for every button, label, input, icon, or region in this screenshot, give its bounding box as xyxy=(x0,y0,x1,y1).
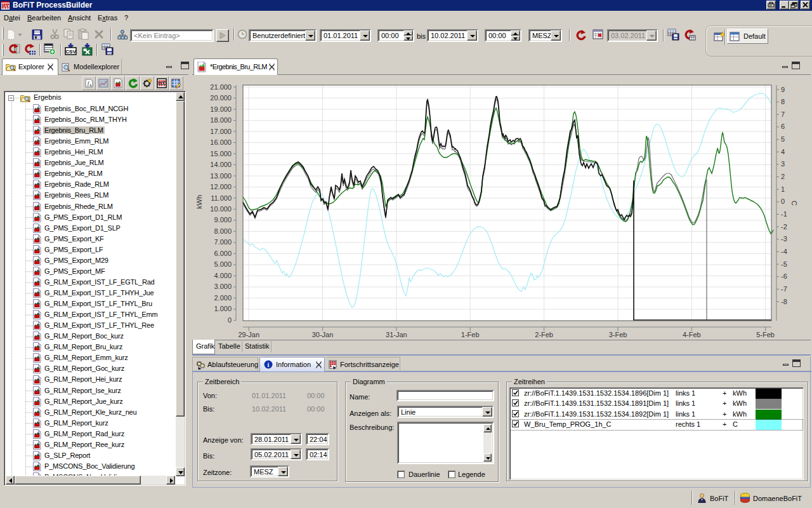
svg-text:-1: -1 xyxy=(781,210,787,218)
svg-text:5: 5 xyxy=(781,135,785,143)
svg-text:-3: -3 xyxy=(781,235,787,243)
svg-text:29-Jan: 29-Jan xyxy=(238,331,259,338)
svg-text:12.000: 12.000 xyxy=(210,183,232,190)
svg-text:2-Feb: 2-Feb xyxy=(535,331,553,338)
svg-text:8.000: 8.000 xyxy=(214,227,232,235)
svg-text:17.000: 17.000 xyxy=(210,128,232,135)
svg-text:21.000: 21.000 xyxy=(210,83,232,91)
svg-text:8: 8 xyxy=(781,98,785,105)
svg-text:13.000: 13.000 xyxy=(210,172,232,180)
svg-text:3: 3 xyxy=(781,160,785,168)
svg-text:10.000: 10.000 xyxy=(210,205,232,213)
svg-text:9: 9 xyxy=(781,86,785,93)
svg-text:16.000: 16.000 xyxy=(210,138,232,146)
svg-text:kWh: kWh xyxy=(195,195,203,209)
svg-text:1.000: 1.000 xyxy=(214,305,232,312)
svg-text:0: 0 xyxy=(781,197,785,205)
svg-text:CSV: CSV xyxy=(65,49,76,55)
svg-text:7.000: 7.000 xyxy=(214,238,232,246)
svg-text:i: i xyxy=(268,361,270,368)
svg-text:0: 0 xyxy=(228,316,232,324)
svg-text:6.000: 6.000 xyxy=(214,250,232,257)
svg-text:18.000: 18.000 xyxy=(210,116,232,124)
svg-text:3.000: 3.000 xyxy=(214,283,232,290)
svg-text:-8: -8 xyxy=(781,298,787,305)
svg-text:20.000: 20.000 xyxy=(210,94,232,102)
svg-text:5-Feb: 5-Feb xyxy=(756,331,775,338)
svg-text:9.000: 9.000 xyxy=(214,216,232,224)
svg-text:1-Feb: 1-Feb xyxy=(461,331,480,338)
svg-text:1: 1 xyxy=(781,185,785,193)
svg-text:3-Feb: 3-Feb xyxy=(609,331,627,338)
svg-text:6: 6 xyxy=(781,123,785,130)
svg-text:-7: -7 xyxy=(781,285,787,293)
svg-text:31-Jan: 31-Jan xyxy=(386,331,407,338)
svg-text:4.000: 4.000 xyxy=(214,272,232,279)
svg-text:15.000: 15.000 xyxy=(210,150,232,157)
svg-text:x: x xyxy=(89,83,92,88)
svg-text:14.000: 14.000 xyxy=(210,161,232,168)
svg-text:19.000: 19.000 xyxy=(210,105,232,113)
svg-text:11.000: 11.000 xyxy=(211,194,232,202)
svg-text:-6: -6 xyxy=(781,272,787,280)
svg-text:4: 4 xyxy=(781,148,785,156)
svg-text:2.000: 2.000 xyxy=(214,294,232,302)
svg-text:-5: -5 xyxy=(781,260,787,268)
svg-text:5.000: 5.000 xyxy=(214,260,232,268)
svg-text:-2: -2 xyxy=(781,223,787,231)
svg-text:4-Feb: 4-Feb xyxy=(683,331,701,338)
svg-text:C: C xyxy=(790,201,798,206)
svg-text:2: 2 xyxy=(781,173,785,180)
svg-text:30-Jan: 30-Jan xyxy=(312,331,334,338)
svg-text:-4: -4 xyxy=(781,248,787,255)
svg-text:7: 7 xyxy=(781,110,785,118)
